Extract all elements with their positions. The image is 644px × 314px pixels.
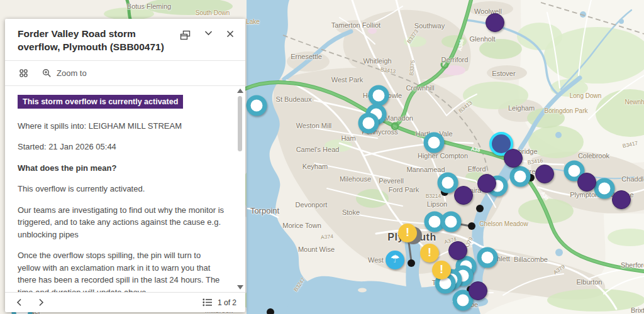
popup-paragraph: Where it spills into: LEIGHAM MILL STREA…	[18, 120, 225, 133]
zoom-to-icon	[42, 68, 52, 78]
marker-monitored[interactable]	[441, 212, 462, 232]
marker-monitored[interactable]	[369, 85, 389, 106]
dock-icon	[180, 30, 191, 41]
popup-paragraph: This overflow is currently activated.	[18, 183, 225, 195]
popup-body: This storm overflow is currently activat…	[5, 86, 245, 292]
marker-active[interactable]	[454, 186, 473, 205]
zoom-to-label: Zoom to	[57, 69, 87, 77]
marker-dot[interactable]	[267, 308, 274, 314]
scroll-down-icon[interactable]	[237, 285, 243, 290]
popup-title: Forder Valley Road storm overflow, Plymo…	[18, 28, 169, 54]
popup-body-paragraphs: Where it spills into: LEIGHAM MILL STREA…	[18, 120, 225, 292]
status-badge: This storm overflow is currently activat…	[18, 95, 183, 109]
chevron-down-icon	[204, 30, 213, 36]
marker-monitored[interactable]	[594, 178, 615, 199]
marker-active[interactable]	[477, 174, 496, 193]
close-button[interactable]	[224, 28, 236, 40]
marker-monitored[interactable]	[477, 247, 498, 268]
marker-monitored[interactable]	[247, 95, 267, 116]
marker-active[interactable]	[469, 281, 487, 300]
page-label: 1 of 2	[218, 298, 236, 307]
close-icon	[226, 30, 234, 38]
list-icon[interactable]	[203, 298, 213, 306]
marker-recent[interactable]	[398, 224, 417, 242]
marker-recent[interactable]	[420, 244, 439, 263]
popup-footer: 1 of 2	[5, 292, 245, 312]
marker-monitored[interactable]	[510, 166, 531, 187]
popup-paragraph: Our teams are investigating to find out …	[18, 204, 225, 241]
marker-active[interactable]	[448, 241, 467, 260]
scroll-up-icon[interactable]	[237, 89, 243, 93]
marker-active[interactable]	[535, 165, 554, 183]
marker-dot[interactable]	[408, 259, 415, 267]
scrollbar[interactable]	[236, 87, 244, 291]
feature-menu-icon	[19, 68, 28, 78]
chevron-left-icon	[16, 298, 22, 306]
marker-bathing[interactable]	[386, 251, 404, 269]
marker-dot[interactable]	[476, 205, 484, 212]
popup-paragraph: Started: 21 Jan 2026 05:44	[18, 141, 225, 153]
marker-dot[interactable]	[468, 222, 475, 230]
next-feature-button[interactable]	[36, 296, 47, 309]
marker-active[interactable]	[612, 190, 631, 209]
dock-button[interactable]	[177, 28, 193, 43]
zoom-to-button[interactable]: Zoom to	[40, 66, 89, 80]
popup-header: Forder Valley Road storm overflow, Plymo…	[5, 19, 245, 61]
marker-active[interactable]	[504, 149, 523, 168]
popup-paragraph: Once the overflow stops spilling, the pi…	[18, 249, 225, 292]
feature-popup: Forder Valley Road storm overflow, Plymo…	[5, 19, 245, 312]
scrollbar-thumb[interactable]	[238, 96, 242, 151]
popup-actions: Zoom to	[5, 61, 245, 86]
popup-paragraph: What does the pin mean?	[18, 162, 225, 175]
app-window: Botus FlemingSouth DownLakeWoolwellTamer…	[0, 0, 644, 314]
marker-monitored[interactable]	[424, 133, 445, 153]
previous-feature-button[interactable]	[14, 296, 25, 309]
marker-active[interactable]	[486, 13, 504, 32]
marker-monitored[interactable]	[358, 113, 379, 134]
chevron-right-icon	[38, 298, 44, 306]
collapse-button[interactable]	[202, 28, 215, 38]
marker-active[interactable]	[577, 173, 596, 192]
marker-recent[interactable]	[432, 261, 451, 279]
feature-menu-button[interactable]	[16, 66, 31, 80]
